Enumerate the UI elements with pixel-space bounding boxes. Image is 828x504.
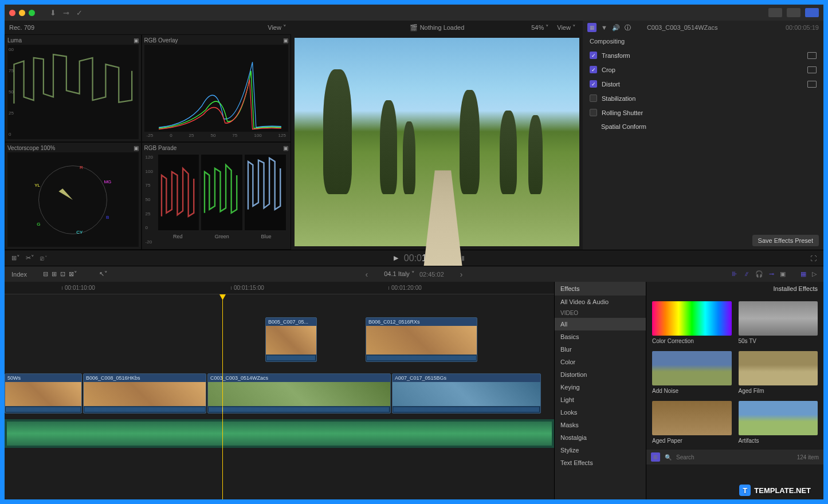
- layout-icon[interactable]: [768, 8, 782, 17]
- inspector-spatial-conform[interactable]: Spatial Conform: [583, 120, 823, 133]
- trim-icon[interactable]: ⎚˅: [40, 255, 48, 262]
- inspector-row-transform[interactable]: ✓Transform: [583, 48, 823, 62]
- scope-settings-icon[interactable]: ▣: [283, 145, 288, 151]
- effects-browser-icon[interactable]: ▦: [800, 270, 806, 278]
- tl-audio-lanes-icon[interactable]: ⫽: [743, 270, 749, 278]
- timeline[interactable]: 00:01:10:00 00:01:15:00 00:01:20:00 B005…: [5, 282, 554, 499]
- scope-settings-icon[interactable]: ▣: [134, 145, 139, 151]
- viewer-title: Nothing Loaded: [420, 24, 465, 31]
- timeline-clip[interactable]: 50Ws: [5, 373, 82, 414]
- inspector-row-label: Rolling Shutter: [602, 109, 643, 116]
- checkbox-icon[interactable]: [590, 109, 597, 116]
- transform-tool-icon[interactable]: [807, 81, 817, 88]
- effect-thumb-aged-film[interactable]: Aged Film: [739, 351, 818, 394]
- inspector-row-distort[interactable]: ✓Distort: [583, 77, 823, 91]
- inspector-row-rolling-shutter[interactable]: Rolling Shutter: [583, 105, 823, 120]
- clip-title: B006_C012_0516RXs: [366, 318, 477, 326]
- fx-grid-icon[interactable]: ⊞: [651, 452, 660, 462]
- overwrite-icon[interactable]: ⊠˅: [69, 270, 77, 278]
- effects-category-looks[interactable]: Looks: [555, 406, 646, 419]
- effect-thumb-label: 50s TV: [739, 338, 818, 344]
- fullscreen-icon[interactable]: ⛶: [810, 255, 817, 262]
- audio-icon[interactable]: 🔊: [612, 24, 620, 32]
- effects-category-color[interactable]: Color: [555, 356, 646, 368]
- bg-tasks-icon[interactable]: ✓: [76, 9, 83, 17]
- video-inspector-icon[interactable]: ▦: [587, 23, 597, 32]
- minimize-icon[interactable]: [19, 10, 25, 16]
- project-name[interactable]: 04.1 Italy ˅: [384, 270, 415, 278]
- effects-category-all[interactable]: All: [555, 318, 646, 330]
- append-icon[interactable]: ⊡: [60, 270, 65, 278]
- playhead[interactable]: [222, 294, 223, 499]
- scope-settings-icon[interactable]: ▣: [283, 37, 288, 44]
- effects-category-text-effects[interactable]: Text Effects: [555, 456, 646, 469]
- tl-clip-appearance-icon[interactable]: ⊪: [732, 270, 737, 278]
- maximize-icon[interactable]: [29, 10, 35, 16]
- effect-thumb-artifacts[interactable]: Artifacts: [739, 401, 818, 444]
- zoom-level[interactable]: 54% ˅: [531, 24, 549, 32]
- import-icon[interactable]: ⬇: [50, 9, 56, 17]
- timeline-tracks[interactable]: B005_C007_05...B006_C012_0516RXs 50WsB00…: [5, 294, 554, 499]
- transitions-browser-icon[interactable]: ▷: [812, 270, 817, 278]
- effect-thumb-color-correction[interactable]: Color Correction: [652, 301, 732, 344]
- skimming-icon[interactable]: ⊞˅: [11, 254, 20, 262]
- effect-thumb-add-noise[interactable]: Add Noise: [652, 351, 732, 394]
- transport-bar: ⊞˅ ✂˅ ⎚˅ ▶ 00:01:14:21 ▮▮ ⛶: [5, 250, 823, 266]
- share-icon[interactable]: [805, 8, 819, 17]
- luma-title: Luma: [7, 37, 22, 44]
- tl-snapping-icon[interactable]: ⊸: [769, 270, 774, 278]
- timeline-index-button[interactable]: Index: [11, 271, 27, 278]
- filter-icon[interactable]: ▼: [601, 24, 607, 31]
- prev-edit-button[interactable]: ‹: [354, 270, 380, 279]
- scope-view-menu[interactable]: View ˅: [268, 24, 287, 32]
- effects-category-nostalgia[interactable]: Nostalgia: [555, 431, 646, 444]
- effects-category-blur[interactable]: Blur: [555, 343, 646, 356]
- effects-category-light[interactable]: Light: [555, 393, 646, 406]
- transform-tool-icon[interactable]: [807, 52, 817, 59]
- audio-track[interactable]: [5, 419, 554, 448]
- inspector-row-crop[interactable]: ✓Crop: [583, 62, 823, 77]
- effect-thumb-50s-tv[interactable]: 50s TV: [739, 301, 818, 344]
- info-icon[interactable]: ⓘ: [625, 23, 631, 32]
- checkbox-icon[interactable]: ✓: [590, 80, 597, 88]
- effects-category-distortion[interactable]: Distortion: [555, 368, 646, 381]
- checkbox-icon[interactable]: [590, 94, 597, 102]
- save-effects-preset-button[interactable]: Save Effects Preset: [752, 235, 819, 246]
- scope-settings-icon[interactable]: ▣: [134, 37, 139, 44]
- close-icon[interactable]: [9, 10, 15, 16]
- transform-tool-icon[interactable]: [807, 66, 817, 73]
- effects-category-keying[interactable]: Keying: [555, 381, 646, 393]
- viewer-canvas[interactable]: [295, 38, 579, 246]
- clip-title: B005_C007_05...: [266, 318, 316, 326]
- inspector-clip-tc: 00:00:05:19: [786, 24, 819, 31]
- snap-icon[interactable]: ✂˅: [26, 254, 34, 262]
- play-button[interactable]: ▶: [394, 254, 398, 262]
- select-tool-icon[interactable]: ↖˅: [99, 270, 108, 278]
- tl-headphones-icon[interactable]: 🎧: [755, 270, 763, 278]
- timeline-clip[interactable]: A007_C017_0515BGs: [392, 373, 541, 414]
- timeline-clip[interactable]: B006_C008_0516HKbs: [83, 373, 206, 414]
- checkbox-icon[interactable]: ✓: [590, 66, 597, 73]
- connect-icon[interactable]: ⊟: [43, 270, 48, 278]
- timeline-clip[interactable]: C003_C003_0514WZacs: [207, 373, 391, 414]
- effects-category-all-video---audio[interactable]: All Video & Audio: [555, 296, 646, 308]
- effects-category-masks[interactable]: Masks: [555, 419, 646, 431]
- effects-category-basics[interactable]: Basics: [555, 330, 646, 343]
- effects-search-input[interactable]: [676, 454, 792, 460]
- timeline-clip[interactable]: B005_C007_05...: [265, 317, 317, 362]
- effects-category-stylize[interactable]: Stylize: [555, 444, 646, 456]
- timeline-ruler[interactable]: 00:01:10:00 00:01:15:00 00:01:20:00: [5, 282, 554, 294]
- effect-thumb-label: Artifacts: [739, 438, 818, 444]
- inspector-row-label: Transform: [602, 52, 630, 59]
- tl-skimming-icon[interactable]: ▣: [780, 270, 786, 278]
- effect-thumb-aged-paper[interactable]: Aged Paper: [652, 401, 732, 444]
- insert-icon[interactable]: ⊞: [52, 270, 57, 278]
- layout-icon-2[interactable]: [787, 8, 800, 17]
- timeline-clip[interactable]: B006_C012_0516RXs: [366, 317, 477, 362]
- viewer-view-menu[interactable]: View ˅: [557, 24, 576, 32]
- checkbox-icon[interactable]: ✓: [590, 52, 597, 59]
- keyword-icon[interactable]: ⊸: [63, 9, 69, 17]
- effects-browser-header[interactable]: Installed Effects: [646, 282, 823, 296]
- inspector-row-stabilization[interactable]: Stabilization: [583, 91, 823, 105]
- next-edit-button[interactable]: ›: [449, 270, 474, 279]
